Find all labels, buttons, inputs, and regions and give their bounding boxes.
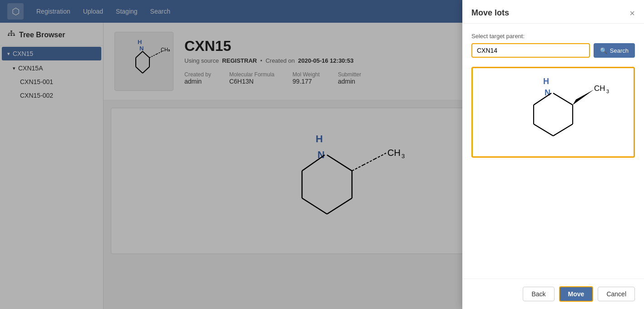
svg-line-36: [553, 124, 573, 136]
modal-footer: Back Move Cancel: [462, 279, 644, 309]
search-button[interactable]: 🔍 Search: [594, 43, 635, 58]
preview-molecule-svg: H N CH 3: [490, 70, 617, 154]
modal-title: Move lots: [471, 8, 509, 18]
svg-line-37: [534, 124, 553, 136]
search-input-row: 🔍 Search: [471, 43, 635, 58]
svg-marker-40: [573, 90, 594, 105]
search-button-label: Search: [610, 47, 629, 54]
svg-text:CH: CH: [594, 84, 605, 93]
svg-line-34: [553, 93, 573, 105]
molecule-preview: H N CH 3: [471, 67, 635, 158]
target-parent-input[interactable]: [471, 43, 590, 58]
back-button[interactable]: Back: [523, 287, 554, 301]
search-icon: 🔍: [600, 47, 607, 54]
modal-header: Move lots ×: [462, 0, 644, 24]
modal-close-button[interactable]: ×: [629, 9, 635, 18]
select-target-label: Select target parent:: [471, 33, 635, 40]
move-lots-modal: Move lots × Select target parent: 🔍 Sear…: [462, 0, 644, 309]
svg-text:3: 3: [606, 89, 609, 94]
cancel-button[interactable]: Cancel: [598, 287, 635, 301]
svg-line-39: [534, 93, 551, 105]
move-button[interactable]: Move: [559, 286, 594, 302]
svg-text:H: H: [543, 77, 549, 86]
modal-body: Select target parent: 🔍 Search H N: [462, 24, 644, 279]
